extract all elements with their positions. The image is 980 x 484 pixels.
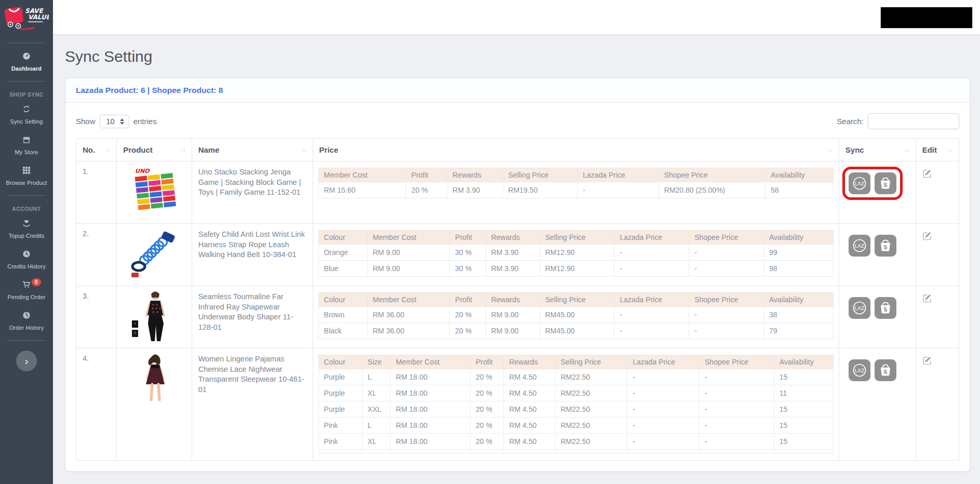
price-cell: RM 9.00 [486, 307, 540, 323]
sidebar-item-credits-history[interactable]: Credits History [0, 245, 53, 275]
price-cell: RM22.50 [555, 401, 627, 418]
pending-order-badge: 0 [32, 278, 41, 286]
product-name: Seamless Tourmaline Far Infrared Ray Sha… [198, 292, 293, 331]
price-cell: XL [362, 385, 391, 401]
svg-text:LAZ: LAZ [855, 243, 865, 249]
price-cell: 58 [765, 182, 833, 198]
price-column-header: Selling Price [540, 293, 614, 307]
sidebar-item-label: Credits History [7, 263, 46, 270]
sync-buttons-group: LAZS [842, 291, 903, 325]
grid-icon [1, 166, 52, 176]
price-row: BlueRM 9.0030 %RM 3.90RM12.90--98 [318, 261, 833, 277]
price-cell: RM22.50 [555, 369, 627, 385]
brand-logo[interactable]: SAVEVALUE [0, 0, 53, 39]
price-column-header: Availability [765, 168, 833, 182]
search-input[interactable] [868, 113, 959, 129]
table-row: 1.UNOUno Stacko Stacking Jenga Game | St… [76, 162, 959, 224]
sort-icon: ↑↓ [105, 147, 110, 153]
price-cell: L [362, 369, 391, 385]
table-body: 1.UNOUno Stacko Stacking Jenga Game | St… [76, 162, 959, 461]
lazada-sync-button[interactable]: LAZ [849, 172, 870, 194]
price-cell: - [689, 323, 764, 339]
price-column-header: Profit [450, 293, 486, 307]
price-cell: RM 18.00 [391, 385, 471, 401]
price-column-header: Member Cost [318, 168, 406, 182]
sidebar-item-browse-product[interactable]: Browse Product [0, 161, 53, 192]
column-header-edit[interactable]: Edit↑↓ [916, 139, 959, 162]
lazada-sync-button[interactable]: LAZ [849, 235, 870, 257]
price-cell: - [614, 307, 689, 323]
price-cell: - [627, 369, 700, 385]
column-header-name[interactable]: Name↑↓ [192, 139, 313, 162]
table-header-row: No.↑↓Product↑↓Name↑↓Price↑↓Sync↑↓Edit↑↓ [76, 139, 959, 162]
products-table: No.↑↓Product↑↓Name↑↓Price↑↓Sync↑↓Edit↑↓ … [76, 138, 959, 461]
lazada-sync-button[interactable]: LAZ [849, 297, 870, 319]
price-row: BrownRM 36.0020 %RM 9.00RM45.00--38 [318, 307, 833, 323]
sidebar-item-dashboard[interactable]: Dashboard [0, 47, 53, 77]
price-cell: 38 [763, 307, 833, 323]
price-cell: 15 [774, 369, 833, 385]
column-header-product[interactable]: Product↑↓ [117, 139, 192, 162]
sidebar-item-pending-order[interactable]: 0Pending Order [0, 275, 53, 306]
price-cell: 30 % [450, 245, 486, 261]
edit-product-button[interactable] [922, 356, 932, 367]
price-row: PurpleXLRM 18.0020 %RM 4.50RM22.50--11 [318, 385, 833, 401]
price-column-header: Lazada Price [627, 355, 700, 369]
shopee-sync-button[interactable]: S [875, 297, 896, 319]
price-cell: - [614, 323, 689, 339]
sidebar-collapse-button[interactable]: › [16, 351, 37, 371]
edit-product-button[interactable] [922, 169, 932, 180]
price-cell: 79 [763, 323, 833, 339]
sort-icon: ↑↓ [302, 147, 306, 153]
row-number: 1. [76, 162, 117, 224]
price-cell: 20 % [470, 434, 503, 450]
price-column-header: Rewards [486, 231, 540, 245]
price-subtable: ColourMember CostProfitRewardsSelling Pr… [318, 292, 834, 339]
product-image [117, 224, 192, 286]
entries-select-value: 10 [106, 117, 115, 126]
shopee-sync-button[interactable]: S [875, 359, 896, 381]
price-cell: RM12.90 [540, 261, 614, 277]
shopee-sync-button[interactable]: S [875, 235, 896, 257]
price-cell: RM 4.50 [504, 418, 555, 434]
sidebar-item-order-history[interactable]: Order History [0, 306, 53, 337]
price-cell: RM 9.00 [486, 323, 540, 339]
shopee-sync-button[interactable]: S [875, 172, 896, 194]
hand-heart-icon [1, 219, 52, 228]
entries-select[interactable]: 10 [100, 115, 129, 128]
sync-highlight-annotation: LAZS [842, 167, 903, 200]
price-row: PinkXLRM 18.0020 %RM 4.50RM22.50--15 [318, 434, 833, 450]
main-area: Sync Setting Lazada Product: 6 | Shopee … [53, 0, 980, 484]
sidebar-item-my-store[interactable]: My Store [0, 130, 53, 161]
sidebar-item-topup-credits[interactable]: Topup Credits [0, 214, 53, 245]
price-cell: Orange [318, 245, 367, 261]
price-column-header: Availability [763, 231, 833, 245]
sidebar-nav: DashboardSHOP SYNCSync SettingMy StoreBr… [0, 47, 53, 344]
price-cell: - [627, 401, 700, 418]
price-column-header: Rewards [486, 293, 540, 307]
app-root: SAVEVALUE DashboardSHOP SYNCSync Setting… [0, 0, 980, 484]
column-header-no[interactable]: No.↑↓ [76, 139, 117, 162]
price-cell: RM 18.00 [391, 369, 471, 385]
save-value-logo-icon: SAVEVALUE [4, 5, 49, 34]
sidebar-item-sync-setting[interactable]: Sync Setting [0, 100, 53, 130]
column-header-price[interactable]: Price↑↓ [313, 139, 839, 162]
price-column-header: Member Cost [391, 355, 471, 369]
price-cell: RM 4.50 [504, 401, 555, 418]
column-header-sync[interactable]: Sync↑↓ [839, 139, 916, 162]
price-column-header: Profit [470, 355, 503, 369]
page-content: Sync Setting Lazada Product: 6 | Shopee … [53, 34, 980, 472]
price-cell: 15 [774, 418, 833, 434]
sidebar-item-label: My Store [15, 149, 38, 155]
sidebar-section-label: ACCOUNT [0, 199, 53, 214]
price-cell: 20 % [470, 385, 503, 401]
price-subtable: Member CostProfitRewardsSelling PriceLaz… [318, 168, 834, 198]
price-column-header: Shopee Price [700, 355, 774, 369]
lazada-sync-button[interactable]: LAZ [849, 359, 870, 381]
price-cell: RM22.50 [555, 418, 627, 434]
price-subtable: ColourMember CostProfitRewardsSelling Pr… [318, 230, 834, 277]
price-cell: RM 36.00 [367, 307, 450, 323]
edit-product-button[interactable] [922, 231, 932, 242]
edit-product-button[interactable] [922, 293, 932, 304]
price-cell: RM 3.90 [486, 261, 540, 277]
